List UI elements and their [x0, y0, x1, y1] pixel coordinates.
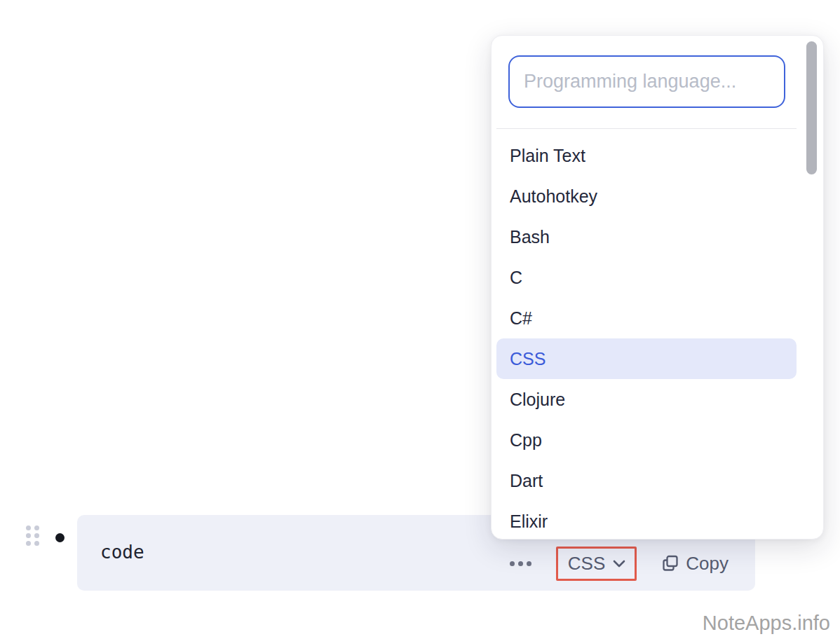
language-option[interactable]: Cpp: [496, 420, 797, 460]
language-option[interactable]: Autohotkey: [496, 176, 797, 217]
language-option-label: Bash: [510, 227, 550, 247]
language-option[interactable]: CSS: [496, 338, 797, 379]
copy-button[interactable]: Copy: [660, 551, 730, 576]
language-search-input[interactable]: [508, 55, 785, 108]
language-option-label: Cpp: [510, 430, 542, 451]
language-selector-button[interactable]: CSS: [556, 547, 637, 581]
copy-button-label: Copy: [686, 553, 729, 575]
language-option-list: Plain Text Autohotkey Bash C C# CSS Cl: [496, 135, 797, 540]
code-block-content[interactable]: code: [100, 542, 144, 563]
language-option[interactable]: C#: [496, 298, 797, 338]
drag-handle-icon[interactable]: [26, 525, 39, 546]
code-block-toolbar: CSS Copy: [508, 546, 730, 581]
language-option-label: Dart: [510, 471, 543, 491]
language-option[interactable]: Clojure: [496, 379, 797, 420]
language-option[interactable]: C: [496, 257, 797, 298]
language-option[interactable]: Dart: [496, 460, 797, 501]
language-option-label: Elixir: [510, 511, 548, 532]
language-option-label: Autohotkey: [510, 186, 597, 207]
language-option-label: C: [510, 268, 522, 288]
language-selector-label: CSS: [568, 553, 605, 575]
language-option-label: CSS: [510, 349, 546, 369]
language-dropdown-panel: Plain Text Autohotkey Bash C C# CSS Cl: [491, 35, 824, 540]
scrollbar-thumb[interactable]: [806, 41, 817, 174]
language-option-label: Clojure: [510, 390, 565, 410]
chevron-down-icon: [612, 558, 626, 568]
language-option-label: C#: [510, 308, 532, 329]
list-bullet-icon: [55, 533, 65, 542]
language-option[interactable]: Bash: [496, 217, 797, 257]
watermark: NoteApps.info: [703, 612, 830, 635]
language-option[interactable]: Plain Text: [496, 135, 797, 176]
language-option[interactable]: Elixir: [496, 501, 797, 540]
copy-icon: [661, 554, 679, 572]
language-option-label: Plain Text: [510, 146, 585, 166]
ellipsis-icon: [510, 561, 515, 566]
dropdown-divider: [496, 128, 797, 129]
more-options-button[interactable]: [508, 558, 533, 569]
